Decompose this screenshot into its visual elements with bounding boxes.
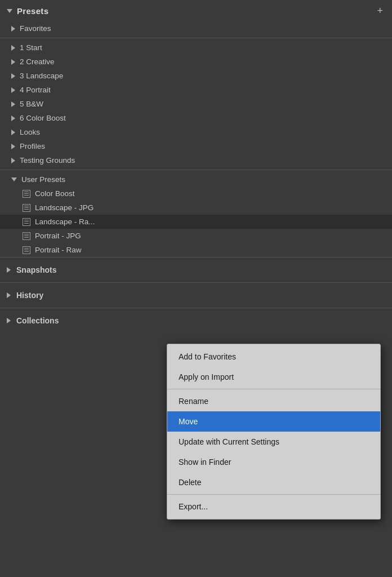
expand-icon [7, 267, 11, 273]
preset-lines-icon [24, 234, 29, 238]
context-menu-item-rename[interactable]: Rename [167, 391, 380, 411]
context-menu-item-update-settings[interactable]: Update with Current Settings [167, 432, 380, 452]
context-menu-item-export[interactable]: Export... [167, 496, 380, 517]
preset-lines-icon [24, 248, 29, 252]
preset-label: Portrait - JPG [35, 232, 81, 240]
context-menu-item-move[interactable]: Move [167, 411, 380, 432]
context-menu-item-delete[interactable]: Delete [167, 472, 380, 492]
panel-title: Presets [17, 6, 48, 16]
sidebar-item-userpresets[interactable]: User Presets [0, 172, 392, 187]
context-menu-divider-2 [167, 494, 380, 495]
preset-item-colorboost[interactable]: Color Boost [0, 187, 392, 201]
context-menu-item-add-to-favorites[interactable]: Add to Favorites [167, 347, 380, 367]
expand-icon [7, 318, 11, 323]
preset-icon [23, 232, 30, 240]
item-label: Testing Grounds [20, 156, 75, 165]
expand-icon [11, 130, 15, 135]
sidebar-item-5bw[interactable]: 5 B&W [0, 97, 392, 111]
sidebar-item-testinggrounds[interactable]: Testing Grounds [0, 153, 392, 167]
context-menu-item-show-in-finder[interactable]: Show in Finder [167, 452, 380, 472]
sidebar-item-2creative[interactable]: 2 Creative [0, 55, 392, 69]
context-menu-divider-1 [167, 389, 380, 389]
expand-icon [11, 158, 15, 163]
section-row-history[interactable]: History [0, 282, 392, 308]
preset-label: Landscape - JPG [35, 203, 93, 212]
preset-icon [23, 204, 30, 212]
item-label: Profiles [20, 142, 45, 150]
preset-lines-icon [24, 206, 29, 210]
sidebar-item-1start[interactable]: 1 Start [0, 41, 392, 55]
item-label: 2 Creative [20, 57, 55, 66]
item-label: Looks [20, 128, 40, 136]
expand-icon [11, 101, 15, 107]
preset-label: Landscape - Ra... [35, 218, 95, 226]
expand-icon [11, 59, 15, 65]
expand-icon [11, 87, 15, 93]
sidebar-item-profiles[interactable]: Profiles [0, 139, 392, 153]
divider-2 [0, 170, 392, 170]
item-label: 1 Start [20, 43, 42, 52]
preset-lines-icon [24, 192, 29, 196]
sidebar-item-favorites[interactable]: Favorites [0, 21, 392, 35]
item-label: 6 Color Boost [20, 114, 66, 122]
preset-icon [23, 190, 30, 198]
panel-header: Presets + [0, 0, 392, 21]
favorites-label: Favorites [20, 24, 51, 33]
expand-icon [11, 26, 15, 32]
preset-item-portraitjpg[interactable]: Portrait - JPG [0, 229, 392, 243]
section-row-snapshots[interactable]: Snapshots [0, 257, 392, 282]
preset-item-landscapejpg[interactable]: Landscape - JPG [0, 201, 392, 215]
divider-1 [0, 38, 392, 38]
expand-icon [11, 144, 15, 149]
preset-lines-icon [24, 220, 29, 224]
sidebar-item-3landscape[interactable]: 3 Landscape [0, 69, 392, 83]
preset-label: Color Boost [35, 189, 75, 198]
presets-panel: Presets + Favorites 1 Start 2 Creative 3… [0, 0, 392, 344]
sidebar-item-6colorboost[interactable]: 6 Color Boost [0, 111, 392, 125]
sidebar-item-4portrait[interactable]: 4 Portrait [0, 83, 392, 97]
expand-icon [11, 116, 15, 121]
expand-icon [11, 45, 15, 51]
section-row-collections[interactable]: Collections [0, 308, 392, 333]
preset-item-portraitraw[interactable]: Portrait - Raw [0, 243, 392, 257]
item-label: 4 Portrait [20, 86, 51, 94]
preset-icon [23, 218, 30, 226]
sidebar-item-looks[interactable]: Looks [0, 125, 392, 139]
collapse-icon [11, 177, 17, 181]
item-label: 3 Landscape [20, 72, 63, 80]
expand-icon [7, 292, 11, 298]
userpresets-label: User Presets [21, 175, 65, 184]
history-label: History [16, 291, 43, 300]
context-menu-item-apply-on-import[interactable]: Apply on Import [167, 367, 380, 387]
preset-label: Portrait - Raw [35, 246, 82, 254]
snapshots-label: Snapshots [16, 265, 57, 274]
item-label: 5 B&W [20, 100, 43, 108]
context-menu: Add to Favorites Apply on Import Rename … [167, 344, 381, 520]
expand-icon [11, 73, 15, 79]
add-button[interactable]: + [377, 6, 383, 16]
panel-header-left: Presets [7, 6, 48, 16]
preset-icon [23, 246, 30, 254]
collapse-icon[interactable] [7, 9, 12, 13]
preset-item-landscaperaw[interactable]: Landscape - Ra... [0, 215, 392, 229]
collections-label: Collections [16, 316, 59, 325]
